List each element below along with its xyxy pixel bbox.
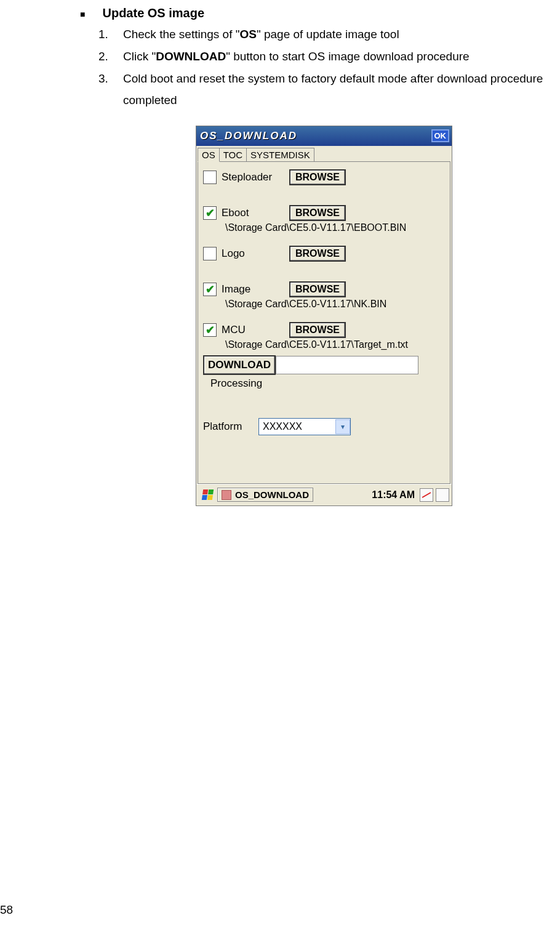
browse-button-mcu[interactable]: BROWSE bbox=[289, 322, 346, 338]
step-number: 1. bbox=[98, 24, 123, 45]
path-image: \Storage Card\CE5.0-V11.17\NK.BIN bbox=[225, 299, 445, 310]
taskbar: OS_DOWNLOAD 11:54 AM bbox=[196, 484, 452, 505]
label-mcu: MCU bbox=[222, 324, 289, 336]
step-number: 3. bbox=[98, 68, 123, 110]
list-item: 1. Check the settings of "OS" page of up… bbox=[98, 24, 560, 45]
instruction-list: 1. Check the settings of "OS" page of up… bbox=[98, 24, 560, 111]
browse-button-steploader[interactable]: BROWSE bbox=[289, 169, 346, 185]
checkbox-image[interactable]: ✔ bbox=[203, 283, 217, 296]
bullet-icon: ■ bbox=[80, 9, 85, 19]
page-number: 58 bbox=[0, 903, 13, 917]
taskbar-clock: 11:54 AM bbox=[368, 489, 418, 501]
browse-button-image[interactable]: BROWSE bbox=[289, 281, 346, 297]
tray-network-icon[interactable] bbox=[436, 488, 449, 502]
chevron-down-icon: ▾ bbox=[335, 419, 350, 434]
checkbox-logo[interactable] bbox=[203, 247, 217, 260]
app-icon bbox=[222, 490, 231, 500]
label-eboot: Eboot bbox=[222, 207, 289, 219]
tab-os[interactable]: OS bbox=[198, 148, 220, 162]
path-eboot: \Storage Card\CE5.0-V11.17\EBOOT.BIN bbox=[225, 222, 445, 233]
progress-bar bbox=[276, 356, 418, 374]
tab-pane-os: Steploader BROWSE ✔ Eboot BROWSE \Storag… bbox=[198, 161, 450, 484]
download-button[interactable]: DOWNLOAD bbox=[203, 355, 276, 375]
platform-select[interactable]: XXXXXX ▾ bbox=[258, 418, 351, 435]
path-mcu: \Storage Card\CE5.0-V11.17\Target_m.txt bbox=[225, 339, 445, 350]
processing-label: Processing bbox=[210, 377, 445, 390]
label-steploader: Steploader bbox=[222, 171, 289, 183]
checkbox-mcu[interactable]: ✔ bbox=[203, 323, 217, 337]
browse-button-eboot[interactable]: BROWSE bbox=[289, 205, 346, 221]
ok-button[interactable]: OK bbox=[431, 129, 450, 142]
taskbar-app-button[interactable]: OS_DOWNLOAD bbox=[217, 488, 313, 502]
tab-strip: OS TOC SYSTEMDISK bbox=[196, 146, 452, 161]
app-window: OS_DOWNLOAD OK OS TOC SYSTEMDISK Steploa… bbox=[196, 126, 452, 506]
start-icon[interactable] bbox=[199, 486, 216, 504]
window-title: OS_DOWNLOAD bbox=[200, 130, 297, 142]
tab-toc[interactable]: TOC bbox=[219, 148, 247, 162]
titlebar: OS_DOWNLOAD OK bbox=[196, 126, 452, 146]
checkbox-eboot[interactable]: ✔ bbox=[203, 206, 217, 220]
list-item: 2. Click "DOWNLOAD" button to start OS i… bbox=[98, 46, 560, 67]
section-heading: Update OS image bbox=[102, 6, 204, 20]
taskbar-app-label: OS_DOWNLOAD bbox=[235, 489, 309, 500]
platform-label: Platform bbox=[203, 421, 258, 433]
label-logo: Logo bbox=[222, 248, 289, 260]
platform-value: XXXXXX bbox=[263, 421, 302, 432]
list-item: 3. Cold boot and reset the system to fac… bbox=[98, 68, 560, 110]
step-number: 2. bbox=[98, 46, 123, 67]
checkbox-steploader[interactable] bbox=[203, 171, 217, 184]
label-image: Image bbox=[222, 283, 289, 296]
tab-systemdisk[interactable]: SYSTEMDISK bbox=[246, 148, 314, 162]
tray-speaker-muted-icon[interactable] bbox=[420, 488, 433, 502]
browse-button-logo[interactable]: BROWSE bbox=[289, 246, 346, 262]
